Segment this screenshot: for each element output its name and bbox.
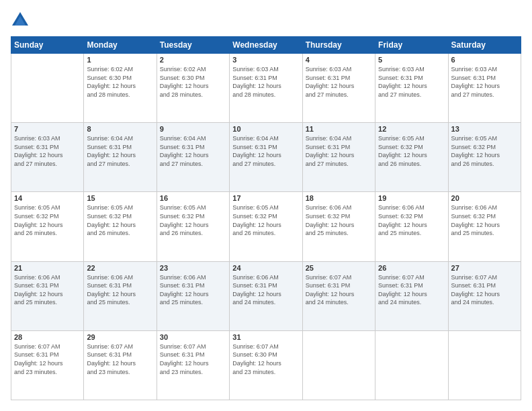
calendar-cell: 31Sunrise: 6:07 AM Sunset: 6:30 PM Dayli…	[230, 330, 302, 400]
day-number: 8	[87, 125, 153, 133]
day-number: 13	[451, 125, 518, 133]
day-info: Sunrise: 6:06 AM Sunset: 6:31 PM Dayligh…	[14, 273, 81, 307]
calendar-cell: 11Sunrise: 6:04 AM Sunset: 6:31 PM Dayli…	[302, 123, 375, 192]
calendar-cell: 14Sunrise: 6:05 AM Sunset: 6:32 PM Dayli…	[11, 192, 84, 261]
day-number: 20	[451, 194, 518, 202]
calendar-week-row: 21Sunrise: 6:06 AM Sunset: 6:31 PM Dayli…	[11, 261, 521, 330]
logo	[11, 11, 32, 30]
day-number: 11	[306, 125, 372, 133]
day-number: 12	[378, 125, 445, 133]
day-info: Sunrise: 6:05 AM Sunset: 6:32 PM Dayligh…	[232, 203, 299, 237]
day-info: Sunrise: 6:06 AM Sunset: 6:32 PM Dayligh…	[451, 203, 518, 237]
calendar-cell: 2Sunrise: 6:02 AM Sunset: 6:30 PM Daylig…	[157, 54, 229, 123]
day-info: Sunrise: 6:07 AM Sunset: 6:30 PM Dayligh…	[232, 342, 299, 376]
day-number: 15	[87, 194, 153, 202]
weekday-header: Tuesday	[157, 37, 229, 54]
day-info: Sunrise: 6:04 AM Sunset: 6:31 PM Dayligh…	[306, 134, 372, 168]
weekday-header: Sunday	[11, 37, 84, 54]
calendar-cell: 10Sunrise: 6:04 AM Sunset: 6:31 PM Dayli…	[230, 123, 302, 192]
weekday-header: Wednesday	[230, 37, 302, 54]
day-number: 21	[14, 264, 81, 272]
day-info: Sunrise: 6:07 AM Sunset: 6:31 PM Dayligh…	[306, 273, 372, 307]
calendar-cell: 27Sunrise: 6:07 AM Sunset: 6:31 PM Dayli…	[448, 261, 521, 330]
calendar-cell: 20Sunrise: 6:06 AM Sunset: 6:32 PM Dayli…	[448, 192, 521, 261]
calendar-cell: 30Sunrise: 6:07 AM Sunset: 6:31 PM Dayli…	[157, 330, 229, 400]
calendar-cell: 25Sunrise: 6:07 AM Sunset: 6:31 PM Dayli…	[302, 261, 375, 330]
day-info: Sunrise: 6:07 AM Sunset: 6:31 PM Dayligh…	[14, 342, 81, 376]
day-number: 10	[232, 125, 299, 133]
weekday-header: Saturday	[448, 37, 521, 54]
day-number: 17	[232, 194, 299, 202]
day-info: Sunrise: 6:06 AM Sunset: 6:32 PM Dayligh…	[378, 203, 445, 237]
calendar-cell: 4Sunrise: 6:03 AM Sunset: 6:31 PM Daylig…	[302, 54, 375, 123]
calendar-cell: 28Sunrise: 6:07 AM Sunset: 6:31 PM Dayli…	[11, 330, 84, 400]
day-number: 9	[160, 125, 226, 133]
calendar-week-row: 14Sunrise: 6:05 AM Sunset: 6:32 PM Dayli…	[11, 192, 521, 261]
day-info: Sunrise: 6:04 AM Sunset: 6:31 PM Dayligh…	[232, 134, 299, 168]
day-number: 29	[87, 333, 153, 341]
calendar-cell: 18Sunrise: 6:06 AM Sunset: 6:32 PM Dayli…	[302, 192, 375, 261]
calendar-cell: 3Sunrise: 6:03 AM Sunset: 6:31 PM Daylig…	[230, 54, 302, 123]
day-info: Sunrise: 6:02 AM Sunset: 6:30 PM Dayligh…	[87, 65, 153, 99]
day-number: 25	[306, 264, 372, 272]
day-number: 4	[306, 56, 372, 64]
calendar-cell: 24Sunrise: 6:06 AM Sunset: 6:31 PM Dayli…	[230, 261, 302, 330]
calendar-cell	[375, 330, 448, 400]
day-info: Sunrise: 6:07 AM Sunset: 6:31 PM Dayligh…	[160, 342, 226, 376]
calendar-cell: 1Sunrise: 6:02 AM Sunset: 6:30 PM Daylig…	[84, 54, 157, 123]
day-number: 16	[160, 194, 226, 202]
day-number: 19	[378, 194, 445, 202]
day-number: 7	[14, 125, 81, 133]
day-info: Sunrise: 6:02 AM Sunset: 6:30 PM Dayligh…	[160, 65, 226, 99]
weekday-header: Monday	[84, 37, 157, 54]
day-number: 30	[160, 333, 226, 341]
day-number: 27	[451, 264, 518, 272]
day-number: 3	[232, 56, 299, 64]
day-number: 18	[306, 194, 372, 202]
calendar-cell: 22Sunrise: 6:06 AM Sunset: 6:31 PM Dayli…	[84, 261, 157, 330]
day-info: Sunrise: 6:05 AM Sunset: 6:32 PM Dayligh…	[378, 134, 445, 168]
calendar-cell: 26Sunrise: 6:07 AM Sunset: 6:31 PM Dayli…	[375, 261, 448, 330]
calendar-week-row: 1Sunrise: 6:02 AM Sunset: 6:30 PM Daylig…	[11, 54, 521, 123]
day-info: Sunrise: 6:03 AM Sunset: 6:31 PM Dayligh…	[14, 134, 81, 168]
day-info: Sunrise: 6:06 AM Sunset: 6:32 PM Dayligh…	[306, 203, 372, 237]
calendar-cell	[448, 330, 521, 400]
calendar-cell: 7Sunrise: 6:03 AM Sunset: 6:31 PM Daylig…	[11, 123, 84, 192]
day-number: 26	[378, 264, 445, 272]
calendar-cell: 29Sunrise: 6:07 AM Sunset: 6:31 PM Dayli…	[84, 330, 157, 400]
day-info: Sunrise: 6:07 AM Sunset: 6:31 PM Dayligh…	[87, 342, 153, 376]
logo-icon	[11, 11, 30, 30]
calendar-cell: 16Sunrise: 6:05 AM Sunset: 6:32 PM Dayli…	[157, 192, 229, 261]
day-info: Sunrise: 6:05 AM Sunset: 6:32 PM Dayligh…	[87, 203, 153, 237]
calendar-cell	[302, 330, 375, 400]
calendar-cell: 15Sunrise: 6:05 AM Sunset: 6:32 PM Dayli…	[84, 192, 157, 261]
day-info: Sunrise: 6:06 AM Sunset: 6:31 PM Dayligh…	[87, 273, 153, 307]
day-number: 28	[14, 333, 81, 341]
calendar-cell: 13Sunrise: 6:05 AM Sunset: 6:32 PM Dayli…	[448, 123, 521, 192]
day-info: Sunrise: 6:04 AM Sunset: 6:31 PM Dayligh…	[87, 134, 153, 168]
calendar-cell: 5Sunrise: 6:03 AM Sunset: 6:31 PM Daylig…	[375, 54, 448, 123]
day-info: Sunrise: 6:05 AM Sunset: 6:32 PM Dayligh…	[160, 203, 226, 237]
weekday-header: Friday	[375, 37, 448, 54]
day-info: Sunrise: 6:03 AM Sunset: 6:31 PM Dayligh…	[378, 65, 445, 99]
day-number: 2	[160, 56, 226, 64]
day-info: Sunrise: 6:04 AM Sunset: 6:31 PM Dayligh…	[160, 134, 226, 168]
day-info: Sunrise: 6:07 AM Sunset: 6:31 PM Dayligh…	[378, 273, 445, 307]
calendar-cell: 19Sunrise: 6:06 AM Sunset: 6:32 PM Dayli…	[375, 192, 448, 261]
day-info: Sunrise: 6:03 AM Sunset: 6:31 PM Dayligh…	[232, 65, 299, 99]
calendar-cell: 9Sunrise: 6:04 AM Sunset: 6:31 PM Daylig…	[157, 123, 229, 192]
day-info: Sunrise: 6:06 AM Sunset: 6:31 PM Dayligh…	[160, 273, 226, 307]
day-number: 22	[87, 264, 153, 272]
calendar-cell: 6Sunrise: 6:03 AM Sunset: 6:31 PM Daylig…	[448, 54, 521, 123]
day-number: 14	[14, 194, 81, 202]
page: SundayMondayTuesdayWednesdayThursdayFrid…	[0, 0, 532, 411]
day-info: Sunrise: 6:06 AM Sunset: 6:31 PM Dayligh…	[232, 273, 299, 307]
calendar-table: SundayMondayTuesdayWednesdayThursdayFrid…	[11, 36, 521, 400]
calendar-cell: 17Sunrise: 6:05 AM Sunset: 6:32 PM Dayli…	[230, 192, 302, 261]
weekday-header: Thursday	[302, 37, 375, 54]
calendar-cell: 23Sunrise: 6:06 AM Sunset: 6:31 PM Dayli…	[157, 261, 229, 330]
calendar-week-row: 28Sunrise: 6:07 AM Sunset: 6:31 PM Dayli…	[11, 330, 521, 400]
calendar-cell: 8Sunrise: 6:04 AM Sunset: 6:31 PM Daylig…	[84, 123, 157, 192]
calendar-cell	[11, 54, 84, 123]
day-number: 24	[232, 264, 299, 272]
